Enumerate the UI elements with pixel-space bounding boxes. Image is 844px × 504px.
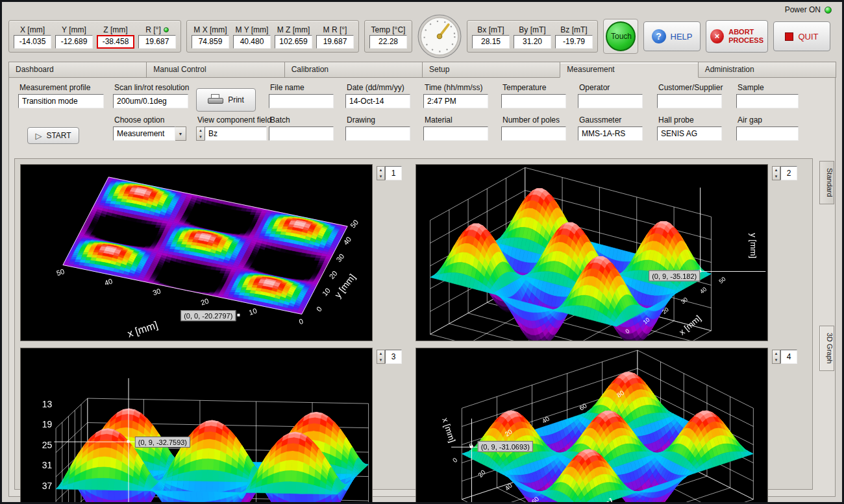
- view-component-value[interactable]: Bz: [205, 126, 267, 141]
- file-name-input[interactable]: [269, 94, 334, 108]
- measurement-profile-dropdown[interactable]: Transition mode: [18, 94, 104, 108]
- tab-measurement[interactable]: Measurement: [560, 62, 698, 78]
- indicator-mr: M R [°] 19.687: [316, 24, 354, 49]
- drawing-input[interactable]: [345, 126, 410, 141]
- graph-3-selector-value[interactable]: 3: [385, 350, 402, 364]
- indicator-bx: Bx [mT] 28.15: [472, 24, 510, 49]
- spin-up-icon[interactable]: ▲: [377, 167, 384, 173]
- surface-plot-canvas-2[interactable]: [416, 165, 767, 341]
- temperature-input[interactable]: [501, 94, 566, 108]
- tab-3d-graph[interactable]: 3D Graph: [819, 326, 834, 371]
- abort-process-button[interactable]: × ABORT PROCESS: [706, 20, 768, 53]
- field-drawing: Drawing: [345, 115, 423, 156]
- help-button[interactable]: ? HELP: [643, 21, 701, 51]
- graph-3-spinner-icons[interactable]: ▲▼: [377, 350, 385, 364]
- power-led-icon: [825, 6, 832, 14]
- spin-down-icon[interactable]: ▼: [377, 173, 384, 180]
- view-component-spinner[interactable]: ▲ ▼: [196, 126, 205, 141]
- indicator-my-value: 40.480: [233, 35, 271, 49]
- spin-down-icon[interactable]: ▼: [773, 357, 780, 363]
- print-button[interactable]: Print: [196, 88, 256, 112]
- graph-4-panel[interactable]: [416, 348, 768, 504]
- start-button[interactable]: ▷ START: [27, 127, 79, 144]
- touch-button-frame: Touch: [603, 19, 638, 54]
- app-window: Power ON X [mm] -14.035 Y [mm] -12.689 Z…: [0, 0, 844, 504]
- indicator-y: Y [mm] -12.689: [55, 24, 93, 49]
- material-label: Material: [423, 115, 501, 126]
- field-gaussmeter: Gaussmeter MMS-1A-RS: [578, 115, 657, 156]
- surface-plot-canvas-4[interactable]: [416, 348, 767, 504]
- main-tab-strip: Dashboard Manual Control Calibration Set…: [8, 62, 836, 78]
- graph-1-selector-value[interactable]: 1: [385, 166, 402, 180]
- spin-down-icon[interactable]: ▼: [197, 134, 205, 140]
- gaussmeter-input[interactable]: MMS-1A-RS: [578, 126, 643, 141]
- scan-resolution-dropdown[interactable]: 200um/0.1deg: [113, 94, 188, 108]
- surface-plot-canvas-1[interactable]: [21, 165, 372, 341]
- analog-gauge: [417, 14, 462, 58]
- tab-calibration[interactable]: Calibration: [284, 62, 423, 78]
- graph-2-selector[interactable]: ▲▼ 2: [772, 165, 807, 181]
- tab-dashboard[interactable]: Dashboard: [8, 62, 147, 78]
- graph-4-selector-value[interactable]: 4: [780, 350, 797, 364]
- indicator-x-value: -14.035: [14, 35, 51, 49]
- graph-2-controls: ▲▼ 2: [772, 164, 807, 341]
- operator-input[interactable]: [578, 94, 643, 108]
- spin-down-icon[interactable]: ▼: [377, 357, 384, 363]
- field-hall-probe: Hall probe SENIS AG: [657, 115, 736, 156]
- graph-1-controls: ▲▼ 1: [377, 164, 412, 341]
- position-indicator-group: X [mm] -14.035 Y [mm] -12.689 Z [mm] -38…: [8, 20, 181, 53]
- spin-down-icon[interactable]: ▼: [773, 173, 780, 180]
- temperature-label: Temperature: [501, 83, 578, 94]
- status-toolbar: X [mm] -14.035 Y [mm] -12.689 Z [mm] -38…: [8, 15, 836, 58]
- power-indicator: Power ON: [785, 5, 832, 14]
- measurement-profile-label: Measurement profile: [18, 83, 113, 94]
- quit-button[interactable]: QUIT: [773, 21, 830, 51]
- abort-label-line1: ABORT: [728, 28, 754, 36]
- graph-3-selector[interactable]: ▲▼ 3: [377, 349, 412, 365]
- indicator-z-label: Z [mm]: [97, 24, 134, 35]
- time-input[interactable]: 2:47 PM: [423, 94, 488, 108]
- tab-administration[interactable]: Administration: [698, 62, 836, 78]
- graph-2-selector-value[interactable]: 2: [780, 166, 797, 180]
- touch-button[interactable]: Touch: [606, 21, 636, 51]
- hall-probe-input[interactable]: SENIS AG: [657, 126, 722, 141]
- indicator-temp-value: 22.28: [369, 35, 407, 49]
- choose-option-arrow-icon[interactable]: ▼: [175, 126, 186, 141]
- machine-indicator-group: M X [mm] 74.859 M Y [mm] 40.480 M Z [mm]…: [186, 20, 359, 53]
- graph-2-spinner-icons[interactable]: ▲▼: [772, 166, 780, 180]
- graph-1-spinner-icons[interactable]: ▲▼: [377, 166, 385, 180]
- indicator-r-label: R [°]: [138, 24, 176, 35]
- spin-up-icon[interactable]: ▲: [773, 167, 780, 173]
- customer-input[interactable]: [657, 94, 722, 108]
- air-gap-input[interactable]: [736, 126, 799, 141]
- graph-4-controls: ▲▼ 4: [772, 348, 807, 504]
- indicator-mr-label: M R [°]: [316, 24, 354, 35]
- indicator-mz-label: M Z [mm]: [275, 24, 312, 35]
- surface-plot-canvas-3[interactable]: [21, 348, 372, 504]
- material-input[interactable]: [423, 126, 488, 141]
- choose-option-dropdown[interactable]: Measurement: [113, 126, 175, 141]
- graph-1-panel[interactable]: [20, 164, 373, 341]
- tab-setup[interactable]: Setup: [422, 62, 560, 78]
- tab-manual-control[interactable]: Manual Control: [146, 62, 284, 78]
- graph-3-panel[interactable]: [20, 348, 373, 504]
- poles-input[interactable]: [501, 126, 566, 141]
- graph-2-panel[interactable]: [416, 164, 768, 341]
- indicator-by-value: 31.20: [514, 35, 551, 49]
- date-input[interactable]: 14-Oct-14: [345, 94, 410, 108]
- batch-input[interactable]: [269, 126, 334, 141]
- spin-up-icon[interactable]: ▲: [197, 127, 205, 134]
- indicator-z-value: -38.458: [97, 35, 134, 49]
- question-icon: ?: [652, 29, 666, 43]
- gaussmeter-label: Gaussmeter: [578, 115, 657, 126]
- graph-1-selector[interactable]: ▲▼ 1: [377, 165, 412, 181]
- field-poles: Number of poles: [501, 115, 578, 156]
- indicator-mx-label: M X [mm]: [192, 24, 229, 35]
- graph-4-selector[interactable]: ▲▼ 4: [772, 349, 807, 365]
- spin-up-icon[interactable]: ▲: [377, 350, 384, 357]
- tab-standard[interactable]: Standard: [819, 161, 834, 204]
- sample-input[interactable]: [736, 94, 799, 108]
- graph-4-spinner-icons[interactable]: ▲▼: [772, 350, 780, 364]
- indicator-r-label-text: R [°]: [145, 25, 160, 34]
- spin-up-icon[interactable]: ▲: [773, 350, 780, 357]
